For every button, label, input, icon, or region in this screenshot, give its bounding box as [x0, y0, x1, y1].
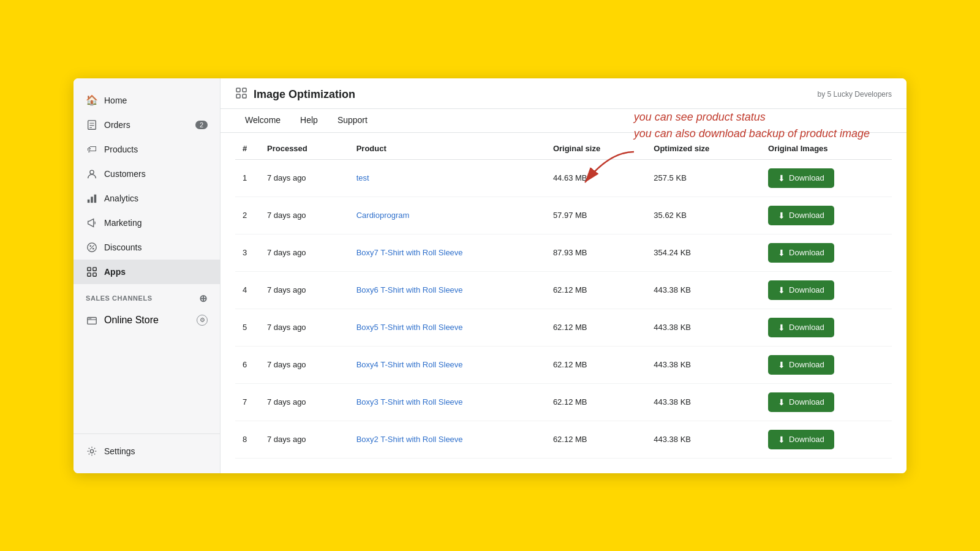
- table-row: 8 7 days ago Boxy2 T-Shirt with Roll Sle…: [235, 421, 892, 458]
- svg-rect-21: [243, 88, 246, 92]
- col-original-size: Original size: [546, 138, 646, 160]
- product-link[interactable]: Boxy4 T-Shirt with Roll Sleeve: [356, 360, 463, 369]
- cell-original-size: 57.97 MB: [546, 197, 646, 234]
- download-button[interactable]: ⬇ Download: [768, 243, 834, 263]
- svg-point-18: [90, 318, 91, 319]
- sidebar-label-customers: Customers: [104, 169, 146, 179]
- sidebar-item-settings[interactable]: Settings: [74, 439, 220, 463]
- download-button[interactable]: ⬇ Download: [768, 168, 834, 188]
- customers-icon: [86, 168, 98, 180]
- product-link[interactable]: Cardioprogram: [356, 211, 410, 220]
- cell-product[interactable]: Boxy5 T-Shirt with Roll Sleeve: [349, 309, 546, 346]
- cell-original-size: 62.12 MB: [546, 309, 646, 346]
- svg-rect-5: [88, 199, 90, 202]
- cell-product[interactable]: Boxy7 T-Shirt with Roll Sleeve: [349, 234, 546, 271]
- download-button[interactable]: ⬇ Download: [768, 206, 834, 225]
- download-button[interactable]: ⬇ Download: [768, 355, 834, 375]
- cell-num: 2: [235, 197, 260, 234]
- svg-rect-7: [94, 194, 97, 203]
- sidebar: 🏠 Home Orders 2 🏷 Products: [74, 78, 221, 473]
- download-button[interactable]: ⬇ Download: [768, 430, 834, 449]
- sidebar-bottom: Settings: [74, 433, 220, 463]
- product-link[interactable]: Boxy5 T-Shirt with Roll Sleeve: [356, 323, 463, 332]
- download-icon: ⬇: [778, 248, 785, 258]
- sidebar-item-customers[interactable]: Customers: [74, 162, 220, 186]
- sidebar-item-online-store[interactable]: Online Store ⚙: [74, 308, 220, 332]
- table-row: 6 7 days ago Boxy4 T-Shirt with Roll Sle…: [235, 346, 892, 383]
- table-row: 7 7 days ago Boxy3 T-Shirt with Roll Sle…: [235, 383, 892, 421]
- table-row: 3 7 days ago Boxy7 T-Shirt with Roll Sle…: [235, 234, 892, 271]
- cell-processed: 7 days ago: [260, 421, 349, 458]
- cell-optimized-size: 443.38 KB: [646, 346, 761, 383]
- download-icon: ⬇: [778, 435, 785, 444]
- cell-product[interactable]: Boxy6 T-Shirt with Roll Sleeve: [349, 271, 546, 309]
- download-icon: ⬇: [778, 285, 785, 295]
- cell-product[interactable]: Boxy4 T-Shirt with Roll Sleeve: [349, 346, 546, 383]
- product-link[interactable]: Boxy6 T-Shirt with Roll Sleeve: [356, 285, 463, 294]
- cell-product[interactable]: Boxy2 T-Shirt with Roll Sleeve: [349, 421, 546, 458]
- sidebar-label-home: Home: [104, 96, 127, 105]
- cell-optimized-size: 443.38 KB: [646, 271, 761, 309]
- svg-rect-6: [91, 197, 93, 203]
- col-processed: Processed: [260, 138, 349, 160]
- cell-num: 4: [235, 271, 260, 309]
- online-store-icon: [86, 314, 98, 326]
- product-link[interactable]: Boxy2 T-Shirt with Roll Sleeve: [356, 435, 463, 444]
- cell-download: ⬇ Download: [761, 383, 892, 421]
- svg-rect-12: [88, 267, 91, 270]
- cell-processed: 7 days ago: [260, 383, 349, 421]
- sidebar-label-analytics: Analytics: [104, 193, 138, 203]
- cell-original-size: 87.93 MB: [546, 234, 646, 271]
- home-icon: 🏠: [86, 94, 98, 107]
- download-icon: ⬇: [778, 360, 785, 370]
- col-product: Product: [349, 138, 546, 160]
- table-row: 1 7 days ago test 44.63 MB 257.5 KB ⬇ Do…: [235, 159, 892, 197]
- main-content: Image Optimization by 5 Lucky Developers…: [221, 78, 907, 473]
- tab-help[interactable]: Help: [290, 109, 328, 132]
- header-left: Image Optimization: [235, 87, 355, 102]
- download-button[interactable]: ⬇ Download: [768, 392, 834, 412]
- cell-product[interactable]: test: [349, 159, 546, 197]
- sidebar-item-analytics[interactable]: Analytics: [74, 186, 220, 211]
- download-button[interactable]: ⬇ Download: [768, 280, 834, 300]
- orders-icon: [86, 119, 98, 131]
- table-container: # Processed Product Original size Optimi…: [221, 133, 907, 473]
- cell-num: 6: [235, 346, 260, 383]
- cell-product[interactable]: Cardioprogram: [349, 197, 546, 234]
- svg-rect-13: [93, 267, 96, 270]
- cell-processed: 7 days ago: [260, 159, 349, 197]
- add-sales-channel-icon[interactable]: ⊕: [199, 293, 208, 304]
- cell-product[interactable]: Boxy3 T-Shirt with Roll Sleeve: [349, 383, 546, 421]
- cell-num: 3: [235, 234, 260, 271]
- sidebar-item-marketing[interactable]: Marketing: [74, 211, 220, 235]
- cell-download: ⬇ Download: [761, 234, 892, 271]
- download-icon: ⬇: [778, 397, 785, 407]
- sidebar-item-orders[interactable]: Orders 2: [74, 113, 220, 137]
- sidebar-label-marketing: Marketing: [104, 218, 141, 228]
- sidebar-label-discounts: Discounts: [104, 242, 141, 252]
- online-store-settings-icon[interactable]: ⚙: [197, 315, 208, 326]
- download-button[interactable]: ⬇ Download: [768, 318, 834, 337]
- product-link[interactable]: Boxy7 T-Shirt with Roll Sleeve: [356, 248, 463, 257]
- sales-channels-section: SALES CHANNELS ⊕: [74, 284, 220, 308]
- sidebar-item-products[interactable]: 🏷 Products: [74, 137, 220, 162]
- online-store-label: Online Store: [104, 315, 159, 326]
- cell-optimized-size: 354.24 KB: [646, 234, 761, 271]
- analytics-icon: [86, 192, 98, 204]
- download-icon: ⬇: [778, 173, 785, 183]
- sidebar-label-apps: Apps: [104, 267, 126, 277]
- sidebar-item-apps[interactable]: Apps: [74, 260, 220, 284]
- svg-point-11: [92, 247, 94, 249]
- product-link[interactable]: test: [356, 173, 369, 182]
- products-table: # Processed Product Original size Optimi…: [235, 138, 892, 459]
- cell-original-size: 44.63 MB: [546, 159, 646, 197]
- header-app-icon: [235, 87, 247, 102]
- sidebar-item-home[interactable]: 🏠 Home: [74, 88, 220, 113]
- header-byline: by 5 Lucky Developers: [818, 90, 892, 99]
- svg-rect-15: [93, 272, 96, 276]
- product-link[interactable]: Boxy3 T-Shirt with Roll Sleeve: [356, 397, 463, 407]
- sidebar-item-discounts[interactable]: Discounts: [74, 235, 220, 260]
- tab-welcome[interactable]: Welcome: [235, 109, 290, 132]
- tab-support[interactable]: Support: [328, 109, 377, 132]
- col-original-images: Original Images: [761, 138, 892, 160]
